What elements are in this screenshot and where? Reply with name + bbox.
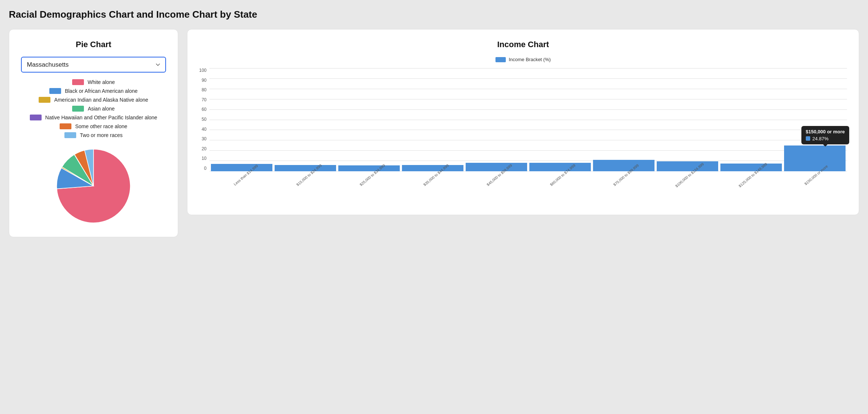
y-label: 20 <box>199 147 207 151</box>
legend-label: Two or more races <box>80 132 123 138</box>
bar-col[interactable] <box>275 68 336 171</box>
y-label: 0 <box>199 166 207 171</box>
tooltip-swatch <box>806 136 810 141</box>
bar[interactable]: $150,000 or more24.87% <box>784 145 846 171</box>
x-label-item: $45,000 to $59,999 <box>467 171 529 204</box>
bar[interactable] <box>593 160 654 171</box>
page-title: Racial Demographics Chart and Income Cha… <box>9 9 859 20</box>
x-label-item: $60,000 to $74,999 <box>531 171 592 204</box>
bar-col[interactable] <box>211 68 272 171</box>
pie-legend: White aloneBlack or African American alo… <box>21 79 166 138</box>
x-label-item: $100,000 to $124,999 <box>657 171 719 204</box>
x-label-item: $75,000 to $99,999 <box>594 171 655 204</box>
legend-label: White alone <box>88 79 115 85</box>
bar-col[interactable] <box>593 68 654 171</box>
income-chart-legend: Income Bracket (%) <box>199 57 847 62</box>
legend-item: Some other race alone <box>60 123 127 129</box>
y-label: 30 <box>199 137 207 141</box>
bar-col[interactable] <box>338 68 400 171</box>
y-axis: 0102030405060708090100 <box>199 68 207 171</box>
bar-col[interactable] <box>529 68 591 171</box>
bar-chart-container: 0102030405060708090100 $150,000 or more2… <box>199 68 847 171</box>
legend-label: American Indian and Alaska Native alone <box>54 97 148 103</box>
legend-item: Two or more races <box>64 132 123 138</box>
legend-swatch <box>39 97 50 103</box>
bar-col[interactable]: $150,000 or more24.87% <box>784 68 846 171</box>
legend-swatch <box>60 123 71 129</box>
legend-label: Asian alone <box>88 106 114 112</box>
bar[interactable] <box>275 165 336 171</box>
income-legend-swatch <box>495 57 506 62</box>
legend-swatch <box>30 115 42 120</box>
bar-tooltip: $150,000 or more24.87% <box>801 126 849 144</box>
y-label: 40 <box>199 127 207 131</box>
bar-col[interactable] <box>720 68 782 171</box>
y-label: 50 <box>199 117 207 122</box>
bar-col[interactable] <box>657 68 718 171</box>
pie-chart-wrapper <box>21 145 166 227</box>
pie-chart-title: Pie Chart <box>21 40 166 49</box>
tooltip-value: 24.87% <box>812 136 829 141</box>
legend-swatch <box>64 132 76 138</box>
bar[interactable] <box>338 165 400 171</box>
x-label-item: $150,000 or more <box>784 171 846 204</box>
y-label: 10 <box>199 156 207 161</box>
legend-item: Black or African American alone <box>49 88 138 94</box>
legend-label: Native Hawaiian and Other Pacific Island… <box>45 115 157 120</box>
income-legend-label: Income Bracket (%) <box>509 57 551 62</box>
income-chart-card: Income Chart Income Bracket (%) 01020304… <box>187 29 859 215</box>
legend-label: Black or African American alone <box>65 88 138 94</box>
pie-chart-card: Pie Chart AlabamaAlaskaArizonaArkansasCa… <box>9 29 178 237</box>
x-label-item: Less than $14,999 <box>214 171 275 204</box>
legend-swatch <box>49 88 61 94</box>
bar[interactable] <box>529 163 591 171</box>
tooltip-title: $150,000 or more <box>806 129 845 134</box>
bar[interactable] <box>657 161 718 171</box>
bar[interactable] <box>211 164 272 171</box>
state-select[interactable]: AlabamaAlaskaArizonaArkansasCaliforniaCo… <box>21 57 166 73</box>
bar[interactable] <box>720 164 782 171</box>
y-label: 80 <box>199 88 207 92</box>
tooltip-row: 24.87% <box>806 136 845 141</box>
chart-inner: $150,000 or more24.87% <box>209 68 847 171</box>
legend-item: White alone <box>72 79 115 85</box>
bar[interactable] <box>402 165 463 171</box>
y-label: 100 <box>199 68 207 73</box>
legend-swatch <box>72 106 84 112</box>
x-label-item: $25,000 to $34,999 <box>341 171 402 204</box>
bar-col[interactable] <box>466 68 527 171</box>
charts-container: Pie Chart AlabamaAlaskaArizonaArkansasCa… <box>9 29 859 237</box>
bar[interactable] <box>466 163 527 171</box>
legend-swatch <box>72 79 84 85</box>
pie-chart-svg <box>53 145 134 227</box>
legend-item: Native Hawaiian and Other Pacific Island… <box>30 115 157 120</box>
legend-item: Asian alone <box>72 106 114 112</box>
income-chart-title: Income Chart <box>199 40 847 49</box>
legend-label: Some other race alone <box>75 123 127 129</box>
y-label: 60 <box>199 107 207 112</box>
y-label: 70 <box>199 98 207 102</box>
x-labels-row: Less than $14,999$15,000 to $24,999$25,0… <box>212 171 847 204</box>
x-label-item: $15,000 to $24,999 <box>277 171 338 204</box>
x-label-item: $125,000 to $149,999 <box>721 171 782 204</box>
bar-col[interactable] <box>402 68 463 171</box>
x-label-item: $35,000 to $44,999 <box>404 171 465 204</box>
y-label: 90 <box>199 78 207 83</box>
bars-row: $150,000 or more24.87% <box>209 68 847 171</box>
legend-item: American Indian and Alaska Native alone <box>39 97 148 103</box>
